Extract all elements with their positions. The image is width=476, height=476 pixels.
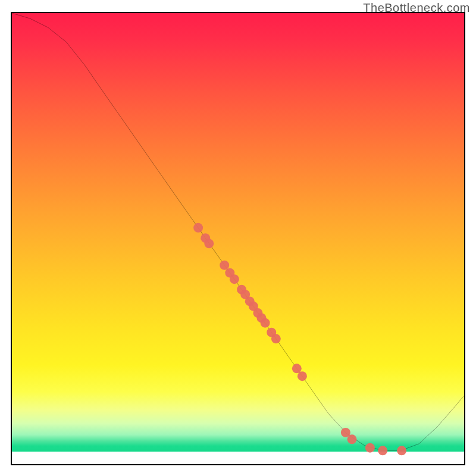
scatter-point [347,434,357,444]
scatter-point [365,443,375,453]
scatter-point [261,318,270,328]
scatter-group [193,223,406,455]
watermark-text: TheBottleneck.com [363,1,470,15]
scatter-point [220,261,229,270]
scatter-point [271,334,281,343]
scatter-point [378,446,387,455]
scatter-point [204,239,214,248]
scatter-point [292,364,302,373]
scatter-point [230,274,239,284]
scatter-point [298,371,307,381]
scatter-point [397,446,406,455]
chart-overlay-svg [12,13,464,464]
scatter-point [193,223,203,233]
bottleneck-curve-path [12,13,464,450]
chart-area [11,12,465,465]
